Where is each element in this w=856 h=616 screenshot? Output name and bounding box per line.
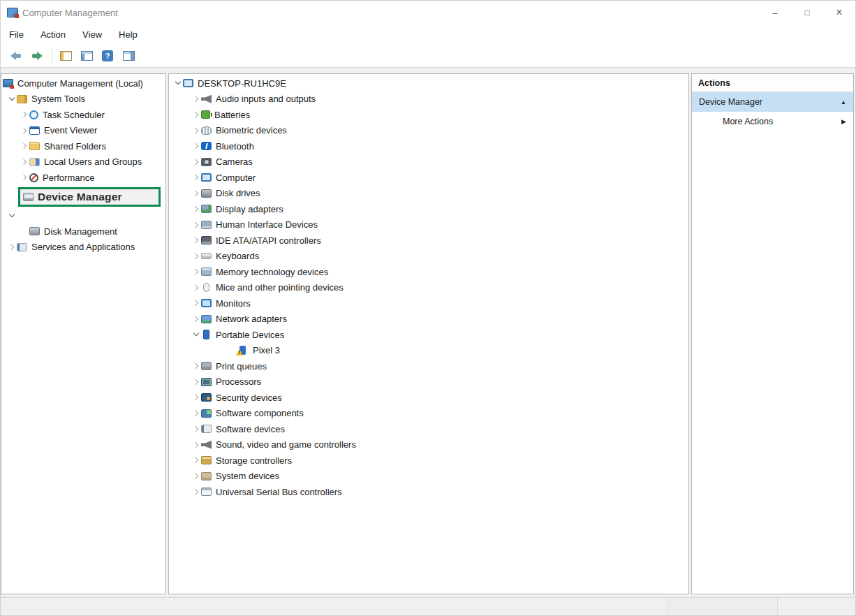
chevron-collapsed-icon[interactable] bbox=[20, 157, 29, 167]
chevron-collapsed-icon[interactable] bbox=[191, 110, 201, 119]
chevron-collapsed-icon[interactable] bbox=[191, 173, 201, 182]
system-device-icon bbox=[201, 472, 212, 481]
chevron-collapsed-icon[interactable] bbox=[191, 283, 201, 293]
minimize-button[interactable]: – bbox=[759, 1, 791, 24]
menu-help[interactable]: Help bbox=[119, 29, 138, 40]
maximize-button[interactable]: □ bbox=[791, 1, 823, 24]
tree-item-network-adapters[interactable]: Network adapters bbox=[169, 311, 688, 328]
tree-item-local-users-and-groups[interactable]: Local Users and Groups bbox=[1, 154, 165, 170]
chevron-collapsed-icon[interactable] bbox=[191, 455, 201, 465]
tree-item-label: Task Scheduler bbox=[41, 110, 105, 120]
mouse-icon bbox=[203, 283, 209, 292]
chevron-expanded-icon[interactable] bbox=[7, 211, 17, 221]
menu-view[interactable]: View bbox=[82, 29, 102, 40]
chevron-collapsed-icon[interactable] bbox=[191, 94, 201, 104]
tree-item-event-viewer[interactable]: Event Viewer bbox=[1, 123, 165, 139]
tree-item-universal-serial-bus-controllers[interactable]: Universal Serial Bus controllers bbox=[169, 484, 688, 500]
tree-item-display-adapters[interactable]: Display adapters bbox=[169, 201, 688, 217]
chevron-collapsed-icon[interactable] bbox=[20, 141, 29, 151]
tree-item-bluetooth[interactable]: Bluetooth bbox=[169, 138, 688, 154]
chevron-collapsed-icon[interactable] bbox=[191, 126, 201, 135]
tree-item-sound-video-and-game-controllers[interactable]: Sound, video and game controllers bbox=[169, 437, 688, 453]
forward-button[interactable] bbox=[27, 47, 47, 65]
chevron-collapsed-icon[interactable] bbox=[191, 424, 201, 434]
tree-item-performance[interactable]: Performance bbox=[1, 170, 165, 186]
chevron-collapsed-icon[interactable] bbox=[191, 235, 201, 245]
chevron-collapsed-icon[interactable] bbox=[191, 471, 201, 481]
more-actions-label: More Actions bbox=[723, 117, 773, 126]
submenu-arrow-icon: ▶ bbox=[841, 118, 846, 125]
tree-item-security-devices[interactable]: Security devices bbox=[169, 390, 688, 406]
chevron-collapsed-icon[interactable] bbox=[191, 440, 201, 450]
tree-item-computer-management-local[interactable]: Computer Management (Local) bbox=[1, 75, 165, 91]
tree-item-batteries[interactable]: Batteries bbox=[169, 107, 688, 123]
actions-device-manager-section[interactable]: Device Manager ▲ bbox=[692, 92, 853, 112]
show-hide-action-pane-button[interactable] bbox=[119, 47, 138, 65]
computer-icon bbox=[201, 173, 212, 182]
chevron-collapsed-icon[interactable] bbox=[191, 220, 201, 230]
menu-action[interactable]: Action bbox=[40, 29, 66, 40]
show-hide-console-tree-button[interactable] bbox=[56, 47, 75, 65]
tree-item-ide-ata-atapi-controllers[interactable]: IDE ATA/ATAPI controllers bbox=[169, 233, 688, 249]
tree-item-monitors[interactable]: Monitors bbox=[169, 295, 688, 311]
tree-item-task-scheduler[interactable]: Task Scheduler bbox=[1, 107, 165, 123]
tree-item-processors[interactable]: Processors bbox=[169, 374, 688, 390]
chevron-expanded-icon[interactable] bbox=[191, 330, 201, 339]
tree-item-services-and-applications[interactable]: Services and Applications bbox=[1, 240, 165, 256]
tree-item-software-components[interactable]: Software components bbox=[169, 406, 688, 422]
chevron-collapsed-icon[interactable] bbox=[191, 393, 201, 402]
tree-item-system-devices[interactable]: System devices bbox=[169, 469, 688, 485]
tree-item-storage[interactable] bbox=[1, 208, 165, 224]
chevron-collapsed-icon[interactable] bbox=[191, 157, 201, 167]
chevron-collapsed-icon[interactable] bbox=[191, 251, 201, 261]
tree-item-memory-technology-devices[interactable]: Memory technology devices bbox=[169, 264, 688, 280]
collapse-section-icon[interactable]: ▲ bbox=[841, 99, 846, 105]
tree-item-label: Mice and other pointing devices bbox=[214, 282, 344, 293]
help-button[interactable]: ? bbox=[98, 47, 117, 65]
chevron-collapsed-icon[interactable] bbox=[191, 361, 201, 371]
tree-item-disk-drives[interactable]: Disk drives bbox=[169, 186, 688, 202]
tree-item-audio-inputs-and-outputs[interactable]: Audio inputs and outputs bbox=[169, 91, 688, 108]
chevron-collapsed-icon[interactable] bbox=[191, 267, 201, 277]
tree-item-device-manager[interactable]: Device Manager bbox=[18, 187, 161, 207]
chevron-expanded-icon[interactable] bbox=[7, 94, 17, 104]
tree-item-label: Universal Serial Bus controllers bbox=[214, 487, 342, 497]
chevron-collapsed-icon[interactable] bbox=[191, 189, 201, 198]
tree-item-mice-and-other-pointing-devices[interactable]: Mice and other pointing devices bbox=[169, 280, 688, 296]
close-button[interactable]: × bbox=[823, 1, 855, 24]
tree-item-keyboards[interactable]: Keyboards bbox=[169, 249, 688, 265]
software-device-icon bbox=[201, 425, 212, 433]
tree-item-biometric-devices[interactable]: Biometric devices bbox=[169, 123, 688, 139]
chevron-collapsed-icon[interactable] bbox=[191, 314, 201, 324]
chevron-collapsed-icon[interactable] bbox=[20, 173, 29, 182]
actions-more-actions[interactable]: More Actions ▶ bbox=[692, 112, 853, 131]
chevron-collapsed-icon[interactable] bbox=[20, 126, 29, 135]
tree-item-shared-folders[interactable]: Shared Folders bbox=[1, 138, 165, 154]
chevron-collapsed-icon[interactable] bbox=[191, 409, 201, 418]
tree-item-human-interface-devices[interactable]: Human Interface Devices bbox=[169, 217, 688, 233]
tree-item-disk-management[interactable]: Disk Management bbox=[1, 223, 165, 240]
chevron-collapsed-icon[interactable] bbox=[191, 204, 201, 214]
tree-item-desktop-ru1hc9e[interactable]: DESKTOP-RU1HC9E bbox=[169, 75, 688, 91]
action-pane-icon bbox=[123, 51, 135, 61]
toolbar-separator bbox=[52, 49, 52, 63]
chevron-collapsed-icon[interactable] bbox=[191, 298, 201, 308]
tree-item-portable-devices[interactable]: Portable Devices bbox=[169, 327, 688, 343]
tree-item-label: Local Users and Groups bbox=[43, 156, 142, 167]
tree-item-system-tools[interactable]: System Tools bbox=[1, 91, 165, 108]
chevron-collapsed-icon[interactable] bbox=[191, 377, 201, 387]
chevron-collapsed-icon[interactable] bbox=[20, 110, 29, 119]
chevron-collapsed-icon[interactable] bbox=[191, 487, 201, 497]
tree-item-cameras[interactable]: Cameras bbox=[169, 154, 688, 170]
tree-item-print-queues[interactable]: Print queues bbox=[169, 358, 688, 374]
tree-item-pixel-3[interactable]: Pixel 3 bbox=[169, 343, 688, 359]
chevron-expanded-icon[interactable] bbox=[173, 78, 183, 88]
chevron-collapsed-icon[interactable] bbox=[191, 141, 201, 151]
tree-item-storage-controllers[interactable]: Storage controllers bbox=[169, 453, 688, 469]
chevron-collapsed-icon[interactable] bbox=[7, 242, 17, 252]
tree-item-software-devices[interactable]: Software devices bbox=[169, 421, 688, 437]
back-button[interactable] bbox=[6, 47, 26, 65]
export-list-button[interactable] bbox=[77, 47, 96, 65]
menu-file[interactable]: File bbox=[9, 29, 24, 40]
tree-item-computer[interactable]: Computer bbox=[169, 170, 688, 186]
